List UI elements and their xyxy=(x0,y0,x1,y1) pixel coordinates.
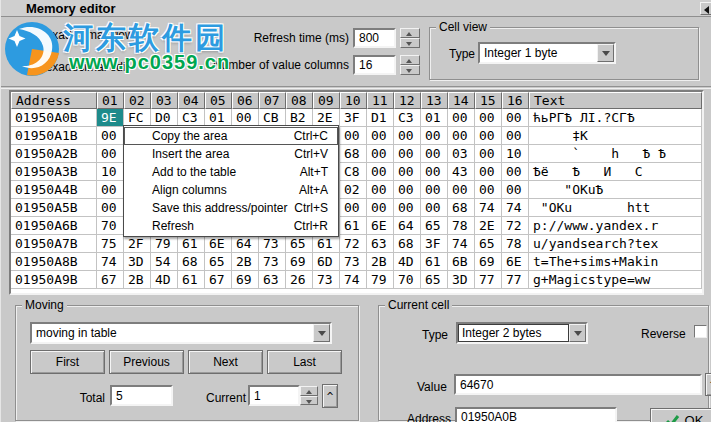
byte-cell[interactable]: 26 xyxy=(286,271,313,289)
byte-cell[interactable]: 65 xyxy=(286,235,313,253)
byte-cell[interactable]: 00 xyxy=(475,145,502,163)
byte-cell[interactable]: 00 xyxy=(421,181,448,199)
menu-item-align-columns[interactable]: Align columnsAlt+A xyxy=(124,181,338,199)
byte-cell[interactable]: 00 xyxy=(394,145,421,163)
byte-cell[interactable]: 00 xyxy=(394,127,421,145)
byte-cell[interactable]: 00 xyxy=(448,127,475,145)
byte-cell[interactable]: 67 xyxy=(205,271,232,289)
byte-cell[interactable]: 73 xyxy=(340,253,367,271)
byte-cell[interactable]: 10 xyxy=(97,163,124,181)
hexadecimal-view-checkbox[interactable]: ✓ xyxy=(19,27,32,40)
byte-cell[interactable]: 61 xyxy=(178,271,205,289)
byte-cell[interactable]: 01 xyxy=(421,109,448,127)
byte-cell[interactable]: 72 xyxy=(340,235,367,253)
menu-item-add-to-the-table[interactable]: Add to the tableAlt+T xyxy=(124,163,338,181)
byte-cell[interactable]: 73 xyxy=(259,235,286,253)
byte-cell[interactable]: 2F xyxy=(124,235,151,253)
cell-view-type-combobox[interactable]: Integer 1 byte xyxy=(478,42,616,64)
text-cell[interactable]: Ѣё Ѣ И С xyxy=(529,163,702,181)
byte-cell[interactable]: 00 xyxy=(367,163,394,181)
current-cell-type-dropdown-button[interactable] xyxy=(569,324,586,342)
text-cell[interactable]: ‡K xyxy=(529,127,702,145)
moving-previous-button[interactable]: Previous xyxy=(109,350,184,374)
byte-cell[interactable]: 00 xyxy=(421,163,448,181)
menu-item-refresh[interactable]: RefreshCtrl+R xyxy=(124,217,338,235)
spin-down-button[interactable] xyxy=(400,65,420,75)
byte-cell[interactable]: 00 xyxy=(367,127,394,145)
byte-cell[interactable]: D1 xyxy=(367,109,394,127)
byte-cell[interactable]: 9E xyxy=(97,109,124,127)
byte-cell[interactable]: 6B xyxy=(448,253,475,271)
byte-cell[interactable]: 74 xyxy=(475,199,502,217)
byte-cell[interactable]: 64 xyxy=(394,217,421,235)
byte-cell[interactable]: 65 xyxy=(205,253,232,271)
byte-cell[interactable]: 69 xyxy=(286,253,313,271)
byte-cell[interactable]: 00 xyxy=(340,199,367,217)
text-cell[interactable]: u/yandsearch?tex xyxy=(529,235,702,253)
byte-cell[interactable]: 77 xyxy=(502,271,529,289)
address-cell[interactable]: 01950A7B xyxy=(11,235,97,253)
byte-cell[interactable]: 2B xyxy=(367,253,394,271)
byte-cell[interactable]: 65 xyxy=(475,235,502,253)
byte-cell[interactable]: 68 xyxy=(394,235,421,253)
byte-cell[interactable]: 73 xyxy=(259,253,286,271)
text-cell[interactable]: p://www.yandex.r xyxy=(529,217,702,235)
byte-cell[interactable]: 78 xyxy=(502,235,529,253)
byte-cell[interactable]: 00 xyxy=(394,181,421,199)
text-cell[interactable]: t=The+sims+Makin xyxy=(529,253,702,271)
byte-cell[interactable]: 00 xyxy=(502,127,529,145)
spin-up-button[interactable] xyxy=(400,28,420,38)
byte-cell[interactable]: 03 xyxy=(448,145,475,163)
byte-cell[interactable]: 02 xyxy=(340,181,367,199)
spin-up-button[interactable] xyxy=(300,386,318,396)
byte-cell[interactable]: 2E xyxy=(475,217,502,235)
text-cell[interactable]: "OKuѢ xyxy=(529,181,702,199)
text-cell[interactable]: "OKu htt xyxy=(529,199,702,217)
byte-cell[interactable]: 00 xyxy=(421,145,448,163)
byte-cell[interactable]: 00 xyxy=(367,181,394,199)
menu-item-save-this-address-pointer[interactable]: Save this address/pointerCtrl+S xyxy=(124,199,338,217)
byte-cell[interactable]: 00 xyxy=(367,199,394,217)
text-cell[interactable]: ` h Ѣ Ѣ xyxy=(529,145,702,163)
byte-cell[interactable]: 00 xyxy=(340,127,367,145)
byte-cell[interactable]: 00 xyxy=(367,145,394,163)
text-cell[interactable]: ћьРГѢ ЛІ.?СГѢ xyxy=(529,109,702,127)
byte-cell[interactable]: 70 xyxy=(97,217,124,235)
byte-cell[interactable]: 00 xyxy=(448,181,475,199)
byte-cell[interactable]: 6E xyxy=(367,217,394,235)
address-cell[interactable]: 01950A2B xyxy=(11,145,97,163)
byte-cell[interactable]: 6E xyxy=(502,253,529,271)
address-cell[interactable]: 01950A8B xyxy=(11,253,97,271)
byte-cell[interactable]: 3F xyxy=(421,235,448,253)
byte-cell[interactable]: 64 xyxy=(232,235,259,253)
current-caret-button[interactable]: ^ xyxy=(322,384,338,408)
current-input[interactable] xyxy=(248,385,300,406)
hexadecimal-edit-checkbox[interactable]: ✓ xyxy=(19,59,32,72)
refresh-time-input[interactable] xyxy=(353,28,396,48)
byte-cell[interactable]: 77 xyxy=(475,271,502,289)
byte-cell[interactable]: 74 xyxy=(448,235,475,253)
address-cell[interactable]: 01950A0B xyxy=(11,109,97,127)
byte-cell[interactable]: 65 xyxy=(421,217,448,235)
byte-cell[interactable]: 00 xyxy=(448,109,475,127)
moving-mode-combobox[interactable]: moving in table xyxy=(30,322,332,344)
byte-cell[interactable]: 6D xyxy=(313,253,340,271)
byte-cell[interactable]: 72 xyxy=(502,217,529,235)
address-cell[interactable]: 01950A6B xyxy=(11,217,97,235)
byte-cell[interactable]: 00 xyxy=(502,163,529,181)
cell-view-type-dropdown-button[interactable] xyxy=(597,44,614,62)
byte-cell[interactable]: 74 xyxy=(340,271,367,289)
byte-cell[interactable]: 43 xyxy=(448,163,475,181)
reverse-checkbox[interactable] xyxy=(694,325,707,338)
byte-cell[interactable]: 75 xyxy=(97,235,124,253)
value-columns-input[interactable] xyxy=(353,55,396,75)
byte-cell[interactable]: 68 xyxy=(448,199,475,217)
byte-cell[interactable]: C8 xyxy=(340,163,367,181)
byte-cell[interactable]: 68 xyxy=(340,145,367,163)
moving-last-button[interactable]: Last xyxy=(267,350,342,374)
byte-cell[interactable]: 00 xyxy=(502,181,529,199)
moving-next-button[interactable]: Next xyxy=(188,350,263,374)
address-cell[interactable]: 01950A9B xyxy=(11,271,97,289)
moving-first-button[interactable]: First xyxy=(30,350,105,374)
spin-down-button[interactable] xyxy=(300,396,318,406)
